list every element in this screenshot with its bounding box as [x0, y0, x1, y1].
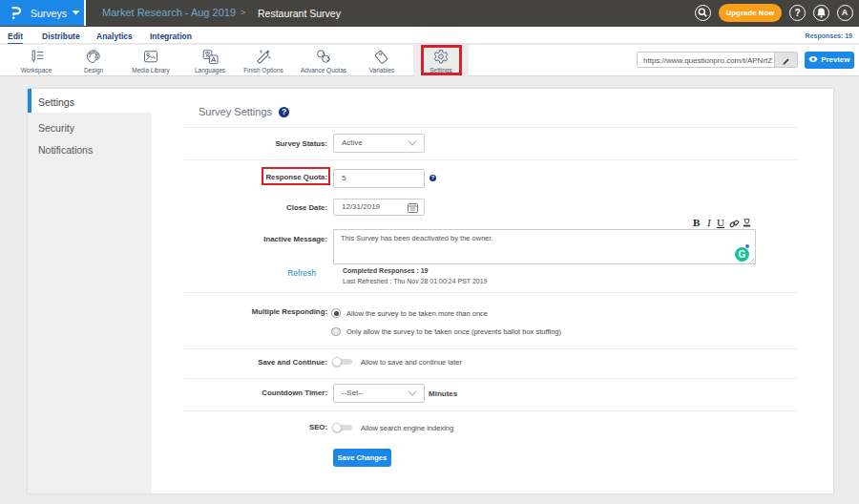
svg-text:Surveys: Surveys	[31, 8, 67, 19]
